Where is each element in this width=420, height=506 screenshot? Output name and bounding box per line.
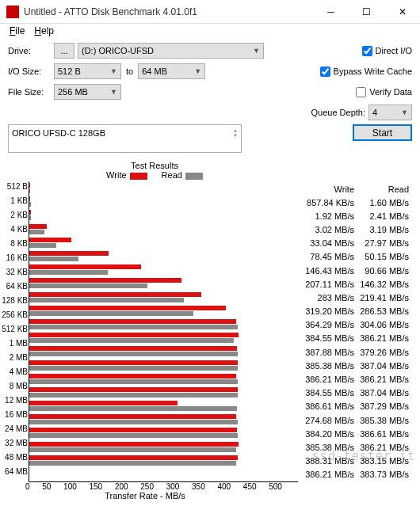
minimize-button[interactable]: ─ xyxy=(313,0,349,23)
write-bar xyxy=(29,333,239,337)
data-row: 283 MB/s219.41 MB/s xyxy=(301,291,412,304)
iosize-to-select[interactable]: 64 MB ▼ xyxy=(138,63,205,79)
filesize-select[interactable]: 256 MB ▼ xyxy=(54,84,121,100)
menubar: File Help xyxy=(0,24,420,40)
read-bar xyxy=(29,230,44,234)
write-bar xyxy=(29,374,236,379)
data-row: 319.20 MB/s286.53 MB/s xyxy=(301,305,412,318)
x-tick: 150 xyxy=(89,482,102,491)
menu-help[interactable]: Help xyxy=(29,24,59,40)
read-bar xyxy=(29,352,238,356)
direct-io-checkbox[interactable] xyxy=(362,46,372,56)
y-tick: 2 MB xyxy=(1,352,28,367)
y-axis-labels: 512 B1 KB2 KB4 KB8 KB16 KB32 KB64 KB128 … xyxy=(1,181,28,481)
device-info-box: ORICO UFSD-C 128GB ▲▼ xyxy=(8,124,242,153)
x-tick: 300 xyxy=(166,482,180,491)
bar-row xyxy=(29,358,298,371)
iosize-from-select[interactable]: 512 B ▼ xyxy=(54,63,121,79)
write-bar xyxy=(29,238,71,242)
data-row: 384.55 MB/s386.21 MB/s xyxy=(301,332,412,345)
y-tick: 64 MB xyxy=(1,466,28,481)
data-row: 274.68 MB/s385.38 MB/s xyxy=(301,413,412,427)
read-value: 383.73 MB/s xyxy=(356,470,409,479)
iosize-from-value: 512 B xyxy=(58,67,81,76)
read-bar xyxy=(29,379,238,384)
data-row: 3.02 MB/s3.19 MB/s xyxy=(301,223,412,236)
verify-checkbox[interactable] xyxy=(356,87,366,97)
watermark: ssd-tester.it xyxy=(312,449,415,463)
read-value: 286.53 MB/s xyxy=(356,306,409,316)
data-row: 386.61 MB/s387.29 MB/s xyxy=(301,400,412,413)
y-tick: 32 KB xyxy=(1,267,28,281)
read-bar xyxy=(29,311,193,316)
data-row: 78.45 MB/s50.15 MB/s xyxy=(301,250,412,264)
data-row: 384.55 MB/s387.04 MB/s xyxy=(301,386,412,400)
iosize-label: I/O Size: xyxy=(8,67,54,76)
write-bar xyxy=(29,306,226,310)
bar-row xyxy=(29,181,298,195)
bar-row xyxy=(29,440,298,454)
x-tick: 400 xyxy=(217,482,231,491)
y-tick: 8 MB xyxy=(1,381,28,395)
x-axis-ticks: 050100150200250300350400450500 xyxy=(8,482,282,491)
menu-file[interactable]: File xyxy=(5,24,29,40)
y-tick: 512 B xyxy=(1,181,28,196)
read-bar xyxy=(29,393,238,398)
write-bar xyxy=(29,251,109,256)
write-bar xyxy=(29,401,178,405)
legend-write-swatch xyxy=(130,173,147,180)
read-value: 379.26 MB/s xyxy=(356,348,409,357)
direct-io-label: Direct I/O xyxy=(376,46,412,55)
queue-depth-label: Queue Depth: xyxy=(311,108,366,117)
data-table: 857.84 KB/s1.60 MB/s1.92 MB/s2.41 MB/s3.… xyxy=(301,196,412,481)
legend-write-label: Write xyxy=(106,170,126,180)
data-row: 386.21 MB/s383.73 MB/s xyxy=(301,468,412,481)
write-bar xyxy=(29,455,238,460)
write-bar xyxy=(29,292,201,297)
x-tick: 100 xyxy=(63,482,77,491)
read-value: 27.97 MB/s xyxy=(356,238,409,248)
chevron-down-icon: ▼ xyxy=(194,67,201,75)
drive-select[interactable]: (D:) ORICO-UFSD ▼ xyxy=(78,43,264,59)
bar-row xyxy=(29,249,298,263)
write-bar xyxy=(29,346,237,351)
legend-read-swatch xyxy=(185,173,203,180)
chevron-down-icon: ▼ xyxy=(253,47,260,55)
bar-row xyxy=(29,276,298,290)
controls-panel: Drive: ... (D:) ORICO-UFSD ▼ Direct I/O … xyxy=(0,40,420,161)
write-value: 207.11 MB/s xyxy=(301,280,354,289)
chevron-down-icon: ▼ xyxy=(110,67,117,75)
write-value: 384.55 MB/s xyxy=(301,388,354,398)
iosize-to-label: to xyxy=(121,67,138,76)
write-value: 384.55 MB/s xyxy=(301,333,354,343)
data-header-write: Write xyxy=(301,185,354,194)
bar-row xyxy=(29,386,298,399)
bar-row xyxy=(29,263,298,276)
close-button[interactable]: ✕ xyxy=(384,0,420,23)
device-scroll[interactable]: ▲▼ xyxy=(233,128,238,149)
write-bar xyxy=(29,210,31,215)
queue-depth-value: 4 xyxy=(372,108,377,117)
bar-row xyxy=(29,304,298,318)
y-tick: 48 MB xyxy=(1,452,28,466)
read-value: 3.19 MB/s xyxy=(356,225,409,234)
maximize-button[interactable]: ☐ xyxy=(349,0,384,23)
y-tick: 12 MB xyxy=(1,395,28,409)
start-button[interactable]: Start xyxy=(353,124,412,141)
bypass-checkbox[interactable] xyxy=(320,67,330,77)
bar-row xyxy=(29,318,298,331)
read-bar xyxy=(29,433,238,438)
drive-browse-button[interactable]: ... xyxy=(54,43,74,59)
write-value: 3.02 MB/s xyxy=(301,225,354,234)
bar-row xyxy=(29,291,298,304)
write-bar xyxy=(29,264,141,269)
data-row: 384.20 MB/s386.61 MB/s xyxy=(301,427,412,440)
x-tick: 50 xyxy=(42,482,51,491)
read-value: 387.29 MB/s xyxy=(356,401,409,411)
data-row: 857.84 KB/s1.60 MB/s xyxy=(301,196,412,209)
read-value: 386.61 MB/s xyxy=(356,429,409,439)
queue-depth-select[interactable]: 4 ▼ xyxy=(368,105,412,120)
x-tick: 500 xyxy=(269,482,282,491)
y-tick: 24 MB xyxy=(1,424,28,438)
y-tick: 4 KB xyxy=(1,224,28,238)
